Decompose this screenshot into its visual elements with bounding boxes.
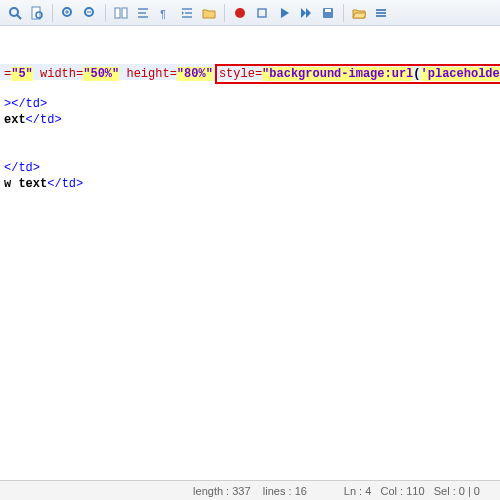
status-length: length : 337 lines : 16 xyxy=(193,485,307,497)
text-content: w text xyxy=(4,177,47,191)
bracket: </ xyxy=(11,97,25,111)
search-doc-icon[interactable] xyxy=(28,4,46,22)
ln-value: 4 xyxy=(365,485,371,497)
find-icon[interactable] xyxy=(6,4,24,22)
folder-icon[interactable] xyxy=(200,4,218,22)
tag-name: td xyxy=(62,177,76,191)
attr-value: "background-image:url xyxy=(262,67,413,81)
code-line[interactable]: ext</td> xyxy=(0,112,500,128)
ln-label: Ln : xyxy=(344,485,362,497)
attr-value: "50%" xyxy=(83,67,119,81)
bracket: > xyxy=(40,97,47,111)
text-content: ext xyxy=(4,113,26,127)
bracket: </ xyxy=(47,177,61,191)
svg-point-12 xyxy=(235,8,245,18)
lines-value: 16 xyxy=(295,485,307,497)
col-label: Col : xyxy=(380,485,403,497)
svg-rect-15 xyxy=(325,9,331,12)
bracket: </ xyxy=(4,161,18,175)
svg-rect-18 xyxy=(376,15,386,17)
attr-name: style= xyxy=(219,67,262,81)
svg-text:¶: ¶ xyxy=(160,9,166,20)
status-bar: length : 337 lines : 16 Ln : 4 Col : 110… xyxy=(0,480,500,500)
svg-line-1 xyxy=(17,15,21,19)
attr-name: height= xyxy=(119,67,177,81)
attr-value: "80%" xyxy=(177,67,213,81)
tag-name: td xyxy=(26,97,40,111)
menu-dropdown-icon[interactable] xyxy=(372,4,390,22)
toolbar: ¶ xyxy=(0,0,500,26)
attr-value: "5" xyxy=(11,67,33,81)
zoom-in-icon[interactable] xyxy=(59,4,77,22)
attr-name: width= xyxy=(33,67,83,81)
wrap-icon[interactable] xyxy=(134,4,152,22)
toolbar-separator xyxy=(52,4,53,22)
play-icon[interactable] xyxy=(275,4,293,22)
bracket: > xyxy=(76,177,83,191)
toolbar-separator xyxy=(224,4,225,22)
lines-label: lines : xyxy=(263,485,292,497)
stop-icon[interactable] xyxy=(253,4,271,22)
open-folder-icon[interactable] xyxy=(350,4,368,22)
code-line[interactable]: ="5" width="50%" height="80%"style="back… xyxy=(0,64,500,80)
record-icon[interactable] xyxy=(231,4,249,22)
status-position: Ln : 4 Col : 110 Sel : 0 | 0 xyxy=(344,485,480,497)
svg-point-0 xyxy=(10,8,18,16)
length-value: 337 xyxy=(232,485,250,497)
svg-rect-16 xyxy=(376,9,386,11)
svg-rect-13 xyxy=(258,9,266,17)
show-all-icon[interactable]: ¶ xyxy=(156,4,174,22)
bracket: > xyxy=(33,161,40,175)
code-line[interactable]: </td> xyxy=(0,160,500,176)
svg-rect-10 xyxy=(122,8,127,18)
paren: ( xyxy=(413,67,420,81)
length-label: length : xyxy=(193,485,229,497)
toolbar-separator xyxy=(105,4,106,22)
svg-rect-9 xyxy=(115,8,120,18)
tag-name: td xyxy=(18,161,32,175)
save-macro-icon[interactable] xyxy=(319,4,337,22)
svg-rect-17 xyxy=(376,12,386,14)
fast-forward-icon[interactable] xyxy=(297,4,315,22)
code-line[interactable]: w text</td> xyxy=(0,176,500,192)
zoom-out-icon[interactable] xyxy=(81,4,99,22)
sync-scroll-icon[interactable] xyxy=(112,4,130,22)
highlighted-style-attribute: style="background-image:url('placeholder… xyxy=(215,64,500,84)
attr-value: 'placeholder1.jpg' xyxy=(421,67,500,81)
tag-name: td xyxy=(40,113,54,127)
code-editor[interactable]: ="5" width="50%" height="80%"style="back… xyxy=(0,26,500,480)
sel-label: Sel : xyxy=(434,485,456,497)
toolbar-separator xyxy=(343,4,344,22)
code-line[interactable]: ></td> xyxy=(0,96,500,112)
indent-icon[interactable] xyxy=(178,4,196,22)
sel-value: 0 | 0 xyxy=(459,485,480,497)
bracket: </ xyxy=(26,113,40,127)
col-value: 110 xyxy=(406,485,424,497)
bracket: > xyxy=(54,113,61,127)
